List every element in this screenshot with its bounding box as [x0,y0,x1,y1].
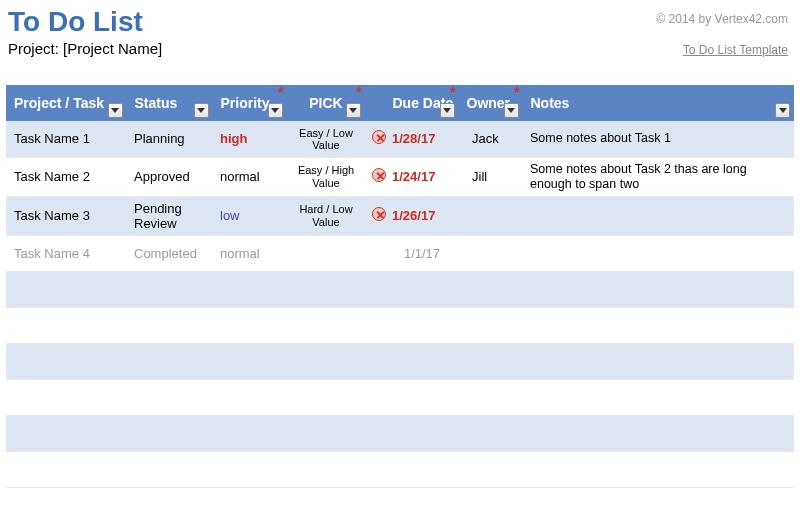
cell-task[interactable]: Task Name 4 [6,235,126,271]
cell-due[interactable] [384,415,458,451]
cell-notes[interactable]: Some notes about Task 2 thas are long en… [522,157,794,196]
cell-notes[interactable]: Some notes about Task 1 [522,121,794,157]
cell-pick[interactable] [286,379,364,415]
cell-notes[interactable] [522,451,794,487]
cell-owner[interactable] [458,415,522,451]
cell-flag[interactable] [364,451,384,487]
cell-task[interactable] [6,271,126,307]
cell-due[interactable] [384,451,458,487]
cell-due[interactable] [384,307,458,343]
cell-task[interactable] [6,415,126,451]
cell-pick[interactable] [286,307,364,343]
cell-flag[interactable] [364,271,384,307]
cell-task[interactable]: Task Name 3 [6,196,126,235]
cell-priority[interactable]: low [212,196,286,235]
table-row[interactable]: Task Name 3Pending ReviewlowHard / Low V… [6,196,794,235]
cell-priority[interactable]: normal [212,235,286,271]
cell-status[interactable] [126,379,212,415]
table-row[interactable] [6,379,794,415]
cell-pick[interactable] [286,451,364,487]
table-row[interactable] [6,451,794,487]
cell-status[interactable] [126,271,212,307]
cell-owner[interactable] [458,307,522,343]
filter-button-pick[interactable] [346,103,361,118]
cell-due[interactable]: 1/26/17 [384,196,458,235]
cell-status[interactable] [126,307,212,343]
col-header-notes-label: Notes [531,95,570,111]
table-row[interactable]: Task Name 4Completednormal1/1/17 [6,235,794,271]
cell-owner[interactable] [458,271,522,307]
cell-owner[interactable] [458,379,522,415]
filter-button-status[interactable] [194,103,209,118]
cell-flag[interactable] [364,235,384,271]
overdue-flag-icon [372,130,386,144]
cell-owner[interactable] [458,343,522,379]
table-row[interactable]: Task Name 1PlanninghighEasy / Low Value1… [6,121,794,157]
cell-pick[interactable]: Easy / High Value [286,157,364,196]
cell-task[interactable] [6,451,126,487]
cell-status[interactable]: Pending Review [126,196,212,235]
cell-task[interactable] [6,343,126,379]
cell-due[interactable] [384,343,458,379]
cell-owner[interactable] [458,196,522,235]
cell-flag[interactable] [364,307,384,343]
cell-flag[interactable] [364,343,384,379]
template-link[interactable]: To Do List Template [683,43,788,57]
cell-due[interactable]: 1/24/17 [384,157,458,196]
cell-notes[interactable] [522,271,794,307]
filter-button-due[interactable] [440,103,455,118]
cell-task[interactable] [6,307,126,343]
cell-pick[interactable] [286,415,364,451]
table-row[interactable] [6,271,794,307]
table-row[interactable] [6,343,794,379]
filter-button-task[interactable] [108,103,123,118]
table-row[interactable] [6,307,794,343]
cell-priority[interactable] [212,451,286,487]
cell-status[interactable] [126,343,212,379]
cell-status[interactable] [126,415,212,451]
table-row[interactable] [6,415,794,451]
filter-button-notes[interactable] [775,103,790,118]
cell-task[interactable]: Task Name 2 [6,157,126,196]
cell-notes[interactable] [522,307,794,343]
cell-priority[interactable]: high [212,121,286,157]
cell-status[interactable] [126,451,212,487]
cell-notes[interactable] [522,235,794,271]
cell-priority[interactable] [212,271,286,307]
cell-priority[interactable]: normal [212,157,286,196]
cell-priority[interactable] [212,307,286,343]
cell-owner[interactable]: Jack [458,121,522,157]
cell-flag[interactable] [364,157,384,196]
cell-status[interactable]: Planning [126,121,212,157]
cell-pick[interactable]: Easy / Low Value [286,121,364,157]
cell-notes[interactable] [522,415,794,451]
cell-task[interactable]: Task Name 1 [6,121,126,157]
cell-pick[interactable] [286,343,364,379]
cell-priority[interactable] [212,379,286,415]
cell-status[interactable]: Approved [126,157,212,196]
cell-pick[interactable] [286,235,364,271]
cell-owner[interactable] [458,235,522,271]
cell-due[interactable]: 1/1/17 [384,235,458,271]
cell-owner[interactable]: Jill [458,157,522,196]
cell-notes[interactable] [522,343,794,379]
cell-status[interactable]: Completed [126,235,212,271]
cell-owner[interactable] [458,451,522,487]
filter-button-owner[interactable] [504,103,519,118]
filter-button-priority[interactable] [268,103,283,118]
cell-task[interactable] [6,379,126,415]
cell-due[interactable] [384,271,458,307]
cell-pick[interactable]: Hard / Low Value [286,196,364,235]
cell-priority[interactable] [212,415,286,451]
cell-flag[interactable] [364,415,384,451]
cell-notes[interactable] [522,379,794,415]
cell-flag[interactable] [364,196,384,235]
cell-flag[interactable] [364,379,384,415]
cell-due[interactable] [384,379,458,415]
cell-notes[interactable] [522,196,794,235]
table-row[interactable]: Task Name 2ApprovednormalEasy / High Val… [6,157,794,196]
cell-due[interactable]: 1/28/17 [384,121,458,157]
cell-flag[interactable] [364,121,384,157]
cell-priority[interactable] [212,343,286,379]
cell-pick[interactable] [286,271,364,307]
